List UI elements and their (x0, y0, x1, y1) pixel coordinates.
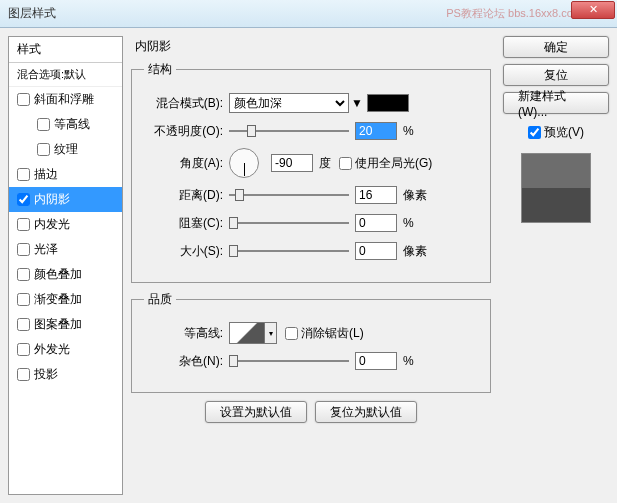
preview-check[interactable]: 预览(V) (503, 124, 609, 141)
blend-mode-label: 混合模式(B): (144, 95, 229, 112)
quality-legend: 品质 (144, 291, 176, 308)
styles-sidebar: 样式 混合选项:默认 斜面和浮雕等高线纹理描边内阴影内发光光泽颜色叠加渐变叠加图… (8, 36, 123, 495)
choke-input[interactable] (355, 214, 397, 232)
sidebar-check-4[interactable] (17, 193, 30, 206)
sidebar-item-8[interactable]: 渐变叠加 (9, 287, 122, 312)
sidebar-item-6[interactable]: 光泽 (9, 237, 122, 262)
sidebar-label-4: 内阴影 (34, 191, 70, 208)
preview-swatch (521, 153, 591, 223)
sidebar-check-2[interactable] (37, 143, 50, 156)
sidebar-item-0[interactable]: 斜面和浮雕 (9, 87, 122, 112)
size-label: 大小(S): (144, 243, 229, 260)
sidebar-item-10[interactable]: 外发光 (9, 337, 122, 362)
sidebar-check-6[interactable] (17, 243, 30, 256)
noise-slider[interactable] (229, 352, 349, 370)
title-bar: 图层样式 PS教程论坛 bbs.16xx8.com ✕ (0, 0, 617, 28)
noise-input[interactable] (355, 352, 397, 370)
main-panel: 内阴影 结构 混合模式(B): 颜色加深 ▼ 不透明度(O): % 角度(A):… (123, 36, 499, 495)
window-title: 图层样式 (8, 5, 56, 22)
sidebar-label-0: 斜面和浮雕 (34, 91, 94, 108)
contour-label: 等高线: (144, 325, 229, 342)
sidebar-label-5: 内发光 (34, 216, 70, 233)
distance-unit: 像素 (403, 187, 427, 204)
new-style-button[interactable]: 新建样式(W)... (503, 92, 609, 114)
sidebar-check-11[interactable] (17, 368, 30, 381)
ok-button[interactable]: 确定 (503, 36, 609, 58)
size-unit: 像素 (403, 243, 427, 260)
sidebar-header[interactable]: 样式 (9, 37, 122, 63)
sidebar-item-1[interactable]: 等高线 (9, 112, 122, 137)
sidebar-subheader[interactable]: 混合选项:默认 (9, 63, 122, 87)
antialias-check[interactable]: 消除锯齿(L) (285, 325, 364, 342)
structure-group: 结构 混合模式(B): 颜色加深 ▼ 不透明度(O): % 角度(A): 度 使… (131, 61, 491, 283)
quality-group: 品质 等高线: ▾ 消除锯齿(L) 杂色(N): % (131, 291, 491, 393)
sidebar-item-7[interactable]: 颜色叠加 (9, 262, 122, 287)
sidebar-check-10[interactable] (17, 343, 30, 356)
set-default-button[interactable]: 设置为默认值 (205, 401, 307, 423)
sidebar-item-9[interactable]: 图案叠加 (9, 312, 122, 337)
sidebar-label-1: 等高线 (54, 116, 90, 133)
sidebar-label-3: 描边 (34, 166, 58, 183)
reset-default-button[interactable]: 复位为默认值 (315, 401, 417, 423)
noise-unit: % (403, 354, 414, 368)
sidebar-label-2: 纹理 (54, 141, 78, 158)
opacity-unit: % (403, 124, 414, 138)
sidebar-label-9: 图案叠加 (34, 316, 82, 333)
sidebar-check-5[interactable] (17, 218, 30, 231)
blend-mode-select[interactable]: 颜色加深 (229, 93, 349, 113)
sidebar-item-4[interactable]: 内阴影 (9, 187, 122, 212)
sidebar-label-10: 外发光 (34, 341, 70, 358)
structure-legend: 结构 (144, 61, 176, 78)
content: 样式 混合选项:默认 斜面和浮雕等高线纹理描边内阴影内发光光泽颜色叠加渐变叠加图… (0, 28, 617, 503)
choke-unit: % (403, 216, 414, 230)
sidebar-label-11: 投影 (34, 366, 58, 383)
distance-slider[interactable] (229, 186, 349, 204)
sidebar-item-3[interactable]: 描边 (9, 162, 122, 187)
cancel-button[interactable]: 复位 (503, 64, 609, 86)
right-column: 确定 复位 新建样式(W)... 预览(V) (499, 36, 609, 495)
distance-label: 距离(D): (144, 187, 229, 204)
sidebar-check-3[interactable] (17, 168, 30, 181)
panel-title: 内阴影 (131, 36, 491, 61)
angle-unit: 度 (319, 155, 331, 172)
color-swatch[interactable] (367, 94, 409, 112)
contour-picker[interactable] (229, 322, 265, 344)
sidebar-item-5[interactable]: 内发光 (9, 212, 122, 237)
sidebar-label-7: 颜色叠加 (34, 266, 82, 283)
opacity-slider[interactable] (229, 122, 349, 140)
distance-input[interactable] (355, 186, 397, 204)
contour-dropdown[interactable]: ▾ (265, 322, 277, 344)
angle-label: 角度(A): (144, 155, 229, 172)
size-input[interactable] (355, 242, 397, 260)
global-light-check[interactable]: 使用全局光(G) (339, 155, 432, 172)
sidebar-check-7[interactable] (17, 268, 30, 281)
angle-input[interactable] (271, 154, 313, 172)
sidebar-label-8: 渐变叠加 (34, 291, 82, 308)
choke-label: 阻塞(C): (144, 215, 229, 232)
sidebar-check-0[interactable] (17, 93, 30, 106)
sidebar-item-2[interactable]: 纹理 (9, 137, 122, 162)
close-button[interactable]: ✕ (571, 1, 615, 19)
sidebar-check-9[interactable] (17, 318, 30, 331)
sidebar-check-8[interactable] (17, 293, 30, 306)
watermark: PS教程论坛 bbs.16xx8.com (446, 6, 582, 21)
sidebar-item-11[interactable]: 投影 (9, 362, 122, 387)
opacity-label: 不透明度(O): (144, 123, 229, 140)
opacity-input[interactable] (355, 122, 397, 140)
size-slider[interactable] (229, 242, 349, 260)
angle-dial[interactable] (229, 148, 259, 178)
noise-label: 杂色(N): (144, 353, 229, 370)
sidebar-check-1[interactable] (37, 118, 50, 131)
sidebar-label-6: 光泽 (34, 241, 58, 258)
choke-slider[interactable] (229, 214, 349, 232)
